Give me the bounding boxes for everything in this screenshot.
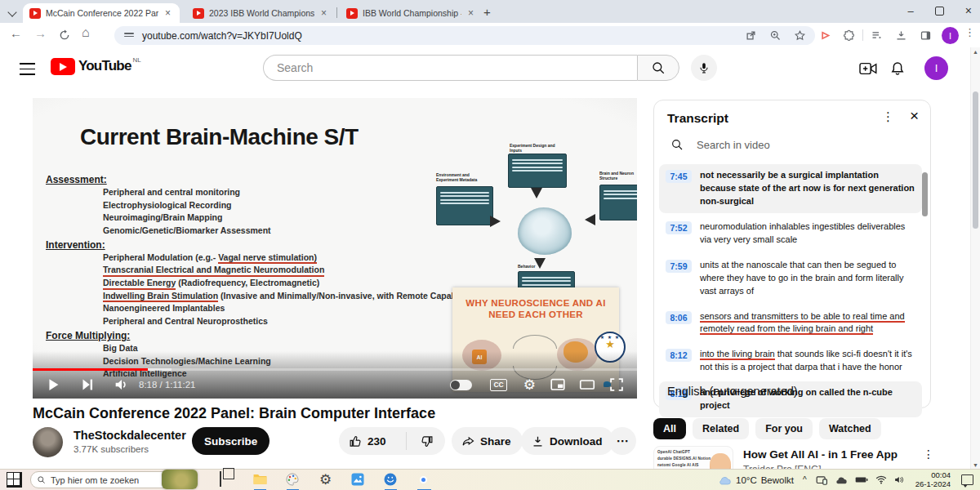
youtube-account-avatar[interactable]: I	[924, 56, 948, 80]
tab-close-icon[interactable]: ×	[468, 8, 474, 18]
fullscreen-button[interactable]	[608, 376, 626, 394]
start-button[interactable]	[7, 472, 22, 488]
battery-icon[interactable]	[855, 476, 868, 483]
scroll-down-icon[interactable]: ▼	[973, 462, 978, 468]
chip-all[interactable]: All	[653, 418, 686, 439]
search-highlight-image[interactable]	[162, 470, 198, 489]
open-in-new-icon[interactable]	[745, 29, 757, 42]
chip-for-you[interactable]: For you	[755, 418, 813, 439]
window-close-button[interactable]: ×	[965, 4, 972, 17]
transcript-search[interactable]: Search in video	[670, 138, 770, 151]
reload-icon[interactable]	[59, 29, 70, 41]
transcript-segment[interactable]: 7:45 not necessarily be a surgical impla…	[659, 164, 922, 213]
download-tray-icon[interactable]	[895, 29, 907, 42]
browser-tab[interactable]: 2023 IBB World Championship | ×	[186, 3, 333, 23]
chrome-icon[interactable]	[416, 472, 431, 488]
volume-icon[interactable]	[894, 475, 906, 484]
task-view-icon[interactable]	[220, 472, 235, 488]
reading-list-icon[interactable]	[871, 29, 883, 42]
channel-avatar[interactable]	[33, 427, 63, 457]
taskbar-search-input[interactable]: Typ hier om te zoeken	[30, 471, 187, 488]
segment-timestamp[interactable]: 8:06	[666, 311, 692, 324]
device-icon[interactable]	[816, 475, 827, 485]
transcript-language[interactable]: English (auto-generated)	[667, 385, 798, 398]
theater-mode-button[interactable]	[578, 376, 596, 394]
back-icon[interactable]: ←	[10, 26, 22, 40]
side-panel-icon[interactable]	[920, 29, 932, 42]
suggested-menu-kebab-icon[interactable]: ⋮	[923, 448, 934, 461]
onedrive-cloud-icon[interactable]	[835, 476, 848, 484]
browser-tab[interactable]: IBB World Championship - YouT ×	[340, 3, 480, 23]
chip-related[interactable]: Related	[693, 418, 749, 439]
taskbar-clock[interactable]: 00:04 26-1-2024	[915, 471, 951, 489]
video-player[interactable]: Current Brain-Machine S/T Assessment: Pe…	[33, 98, 637, 399]
url-text[interactable]: youtube.com/watch?v=JKYbI7UoldQ	[142, 30, 302, 42]
settings-gear-icon[interactable]: ⚙	[523, 378, 536, 392]
bookmark-star-icon[interactable]	[794, 29, 806, 42]
segment-timestamp[interactable]: 7:52	[666, 221, 692, 234]
youtube-logo[interactable]: YouTube NL	[51, 58, 141, 75]
segment-timestamp[interactable]: 8:12	[666, 349, 692, 362]
dislike-icon[interactable]	[420, 434, 434, 448]
volume-button[interactable]	[113, 376, 131, 394]
tab-search-chevron-icon[interactable]	[7, 7, 16, 16]
transcript-scrollbar-thumb[interactable]	[922, 172, 928, 216]
share-button[interactable]: Share	[452, 427, 523, 455]
new-tab-button[interactable]: +	[483, 5, 491, 19]
autoplay-toggle[interactable]	[450, 380, 472, 390]
suggested-title[interactable]: How Get All AI - in 1 Free App	[743, 448, 931, 462]
transcript-close-icon[interactable]: ×	[910, 107, 919, 125]
browser-menu-kebab-icon[interactable]: ⋮	[964, 26, 975, 38]
captions-button[interactable]: CC	[490, 379, 506, 391]
create-button[interactable]	[859, 60, 877, 77]
page-scrollbar[interactable]: ▲ ▼	[970, 47, 980, 470]
action-center-icon[interactable]	[961, 474, 973, 485]
photos-app-icon[interactable]	[350, 472, 366, 488]
download-button[interactable]: Download	[521, 427, 614, 455]
forward-icon[interactable]: →	[34, 26, 47, 40]
like-dislike-pill[interactable]: 230	[339, 427, 445, 455]
home-icon[interactable]: ⌂	[82, 25, 90, 40]
miniplayer-button[interactable]	[549, 376, 567, 394]
browser-tab-active[interactable]: McCain Conference 2022 Panel: ×	[23, 3, 180, 23]
zoom-icon[interactable]	[769, 29, 782, 42]
browser-profile-avatar[interactable]: I	[942, 27, 959, 44]
subscribe-button[interactable]: Subscribe	[192, 427, 270, 455]
search-button[interactable]	[637, 55, 679, 81]
scroll-up-icon[interactable]: ▲	[973, 49, 978, 55]
settings-gear-icon[interactable]: ⚙	[318, 472, 333, 488]
search-input[interactable]: Search	[263, 55, 637, 81]
tab-close-icon[interactable]: ×	[321, 8, 327, 18]
transcript-menu-kebab-icon[interactable]: ⋮	[882, 109, 894, 124]
chip-watched[interactable]: Watched	[819, 418, 881, 439]
guide-hamburger-icon[interactable]	[20, 63, 35, 79]
like-icon[interactable]	[349, 434, 363, 448]
weather-widget[interactable]: 10°C Bewolkt	[718, 475, 794, 485]
wifi-icon[interactable]	[875, 475, 887, 484]
extension-arrow-icon[interactable]	[820, 29, 832, 42]
site-settings-icon[interactable]	[124, 31, 134, 39]
extensions-puzzle-icon[interactable]	[843, 29, 855, 42]
paint-icon[interactable]	[285, 472, 301, 488]
window-maximize-button[interactable]	[935, 7, 944, 16]
tab-close-icon[interactable]: ×	[165, 8, 171, 18]
notifications-bell-icon[interactable]	[889, 60, 906, 77]
next-button[interactable]	[78, 376, 96, 394]
transcript-segment[interactable]: 7:59 units at the nanoscale that can the…	[659, 254, 922, 303]
scrollbar-thumb[interactable]	[973, 91, 978, 229]
windows-taskbar: Typ hier om te zoeken ⚙ 10°C	[0, 469, 980, 490]
address-bar[interactable]: youtube.com/watch?v=JKYbI7UoldQ	[114, 26, 815, 45]
transcript-segment[interactable]: 7:52 neuromodulation inhalables ingestib…	[659, 216, 922, 252]
hidden-icons-caret[interactable]: ^	[803, 475, 807, 484]
more-actions-button[interactable]: ⋯	[608, 427, 636, 455]
file-explorer-icon[interactable]	[252, 472, 268, 488]
media-app-icon[interactable]	[383, 472, 399, 488]
channel-name[interactable]: TheStockdalecenter	[74, 429, 186, 442]
transcript-segment[interactable]: 8:12 into the living brain that sounds l…	[659, 343, 922, 379]
window-minimize-button[interactable]: –	[908, 5, 914, 17]
transcript-segment[interactable]: 8:06 sensors and transmitters to be able…	[659, 305, 922, 341]
voice-search-button[interactable]	[691, 55, 717, 81]
segment-timestamp[interactable]: 7:45	[666, 170, 692, 183]
segment-timestamp[interactable]: 7:59	[666, 260, 692, 273]
play-button[interactable]	[44, 376, 62, 394]
